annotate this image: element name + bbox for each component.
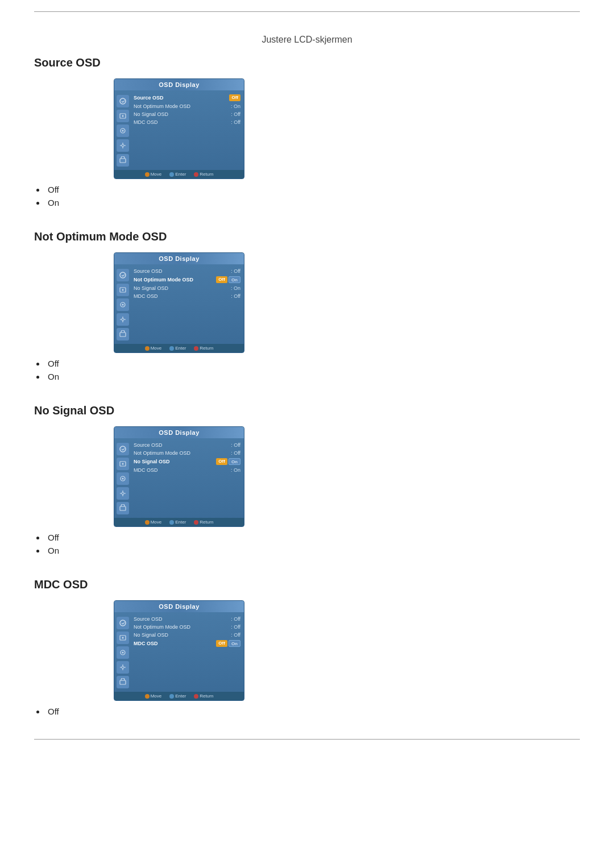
svg-rect-27	[120, 680, 126, 684]
osd-footer-enter-2: Enter	[169, 346, 186, 351]
osd-label-3-mdc: MDC OSD	[134, 467, 230, 473]
osd-footer-move-1: Move	[145, 172, 162, 177]
svg-point-0	[120, 98, 126, 104]
osd-val-4-source: : Off	[231, 616, 240, 622]
osd-icons-4	[117, 617, 129, 688]
osd-row-3-source: Source OSD : Off	[132, 442, 242, 448]
svg-point-25	[122, 652, 124, 654]
osd-label-4-source: Source OSD	[134, 616, 230, 622]
dot-return-3	[194, 520, 198, 525]
section-no-signal-osd: No Signal OSD OSD Display	[34, 404, 580, 555]
osd-val-4-notopt: : Off	[231, 624, 240, 630]
osd-icon-3d	[117, 487, 129, 500]
osd-row-4-mdc: MDC OSD Off On	[132, 639, 242, 647]
osd-body-1: Source OSD Off Not Optimum Mode OSD : On…	[114, 90, 244, 170]
osd-footer-move-3: Move	[145, 520, 162, 525]
osd-label-2-nosig: No Signal OSD	[134, 285, 230, 291]
osd-row-2-nosig: No Signal OSD : On	[132, 285, 242, 292]
osd-row-3-notopt: Not Optimum Mode OSD : Off	[132, 450, 242, 456]
osd-label-2-notopt: Not Optimum Mode OSD	[134, 277, 215, 283]
top-divider	[34, 11, 580, 12]
osd-title-bar-1: OSD Display	[114, 79, 244, 90]
osd-footer-enter-4: Enter	[169, 693, 186, 699]
svg-point-23	[122, 637, 124, 639]
osd-footer-1: Move Enter Return	[114, 170, 244, 178]
dot-return-2	[194, 346, 198, 351]
osd-icons-3	[117, 443, 129, 514]
bullet-nosig-on: On	[45, 546, 580, 555]
osd-row-4-nosig: No Signal OSD : Off	[132, 632, 242, 638]
page-container: Justere LCD-skjermen Source OSD OSD Disp…	[0, 0, 614, 762]
osd-icon-2e	[117, 328, 129, 340]
dot-enter-2	[169, 346, 174, 351]
svg-point-21	[120, 620, 126, 626]
osd-val-3-source: : Off	[231, 442, 240, 448]
osd-val-1-nosig: : Off	[231, 111, 240, 117]
osd-menu-3: Source OSD : Off Not Optimum Mode OSD : …	[132, 442, 242, 514]
osd-val-2-notopt-on: On	[229, 276, 240, 283]
dot-move-3	[145, 520, 150, 525]
osd-row-4-notopt: Not Optimum Mode OSD : Off	[132, 624, 242, 630]
osd-footer-move-4: Move	[145, 693, 162, 699]
svg-point-11	[122, 304, 124, 306]
osd-icon-2d	[117, 313, 129, 326]
dot-move-4	[145, 694, 150, 699]
osd-label-1-notopt: Not Optimum Mode OSD	[134, 103, 230, 109]
dot-enter-1	[169, 172, 174, 177]
osd-title-bar-2: OSD Display	[114, 253, 244, 264]
osd-icon-1c	[117, 124, 129, 137]
osd-row-1-notopt: Not Optimum Mode OSD : On	[132, 103, 242, 110]
osd-footer-4: Move Enter Return	[114, 692, 244, 700]
osd-label-1-mdc: MDC OSD	[134, 119, 230, 125]
osd-menu-1: Source OSD Off Not Optimum Mode OSD : On…	[132, 94, 242, 167]
osd-icon-3c	[117, 472, 129, 485]
osd-icon-1a	[117, 95, 129, 107]
osd-row-2-notopt: Not Optimum Mode OSD Off On	[132, 276, 242, 284]
section-not-optimum-osd: Not Optimum Mode OSD OSD Display	[34, 230, 580, 381]
osd-body-2: Source OSD : Off Not Optimum Mode OSD Of…	[114, 264, 244, 344]
svg-point-4	[122, 130, 124, 132]
dot-enter-3	[169, 520, 174, 525]
osd-val-3-notopt: : Off	[231, 450, 240, 456]
osd-label-4-nosig: No Signal OSD	[134, 632, 230, 638]
section-source-osd: Source OSD OSD Display	[34, 56, 580, 207]
bullet-mdc-off: Off	[45, 707, 580, 716]
osd-footer-enter-1: Enter	[169, 172, 186, 177]
svg-point-5	[122, 144, 124, 147]
osd-val-2-nosig: : On	[231, 285, 240, 291]
dot-enter-4	[169, 694, 174, 699]
osd-footer-3: Move Enter Return	[114, 518, 244, 526]
osd-footer-move-2: Move	[145, 346, 162, 351]
osd-icon-4b	[117, 632, 129, 644]
osd-val-3-mdc: : On	[231, 467, 240, 473]
osd-val-1-mdc: : Off	[231, 119, 240, 125]
osd-footer-return-4: Return	[194, 693, 213, 699]
dot-move-2	[145, 346, 150, 351]
osd-title-bar-3: OSD Display	[114, 427, 244, 438]
bullet-list-source-osd: Off On	[34, 185, 580, 207]
section-content-not-optimum-osd: OSD Display	[34, 252, 580, 353]
osd-icon-4e	[117, 676, 129, 688]
svg-rect-20	[120, 506, 126, 510]
osd-val-2-notopt-off: Off	[216, 276, 227, 283]
osd-row-4-source: Source OSD : Off	[132, 616, 242, 622]
osd-label-3-nosig: No Signal OSD	[134, 459, 215, 464]
osd-val-1-notopt: : On	[231, 103, 240, 109]
svg-point-18	[122, 478, 124, 480]
osd-row-2-source: Source OSD : Off	[132, 268, 242, 275]
osd-icon-3a	[117, 443, 129, 455]
osd-icon-2b	[117, 284, 129, 296]
osd-val-4-mdc-off: Off	[216, 640, 227, 647]
osd-row-3-mdc: MDC OSD : On	[132, 467, 242, 474]
bullet-source-on: On	[45, 198, 580, 207]
osd-label-4-notopt: Not Optimum Mode OSD	[134, 624, 230, 630]
osd-icon-1e	[117, 154, 129, 167]
dot-move-1	[145, 172, 150, 177]
svg-point-26	[122, 666, 124, 668]
osd-val-3-nosig-off: Off	[216, 458, 227, 465]
osd-footer-enter-3: Enter	[169, 520, 186, 525]
svg-point-9	[122, 289, 124, 291]
osd-body-3: Source OSD : Off Not Optimum Mode OSD : …	[114, 438, 244, 518]
osd-label-2-mdc: MDC OSD	[134, 293, 230, 299]
osd-row-3-nosig: No Signal OSD Off On	[132, 458, 242, 466]
